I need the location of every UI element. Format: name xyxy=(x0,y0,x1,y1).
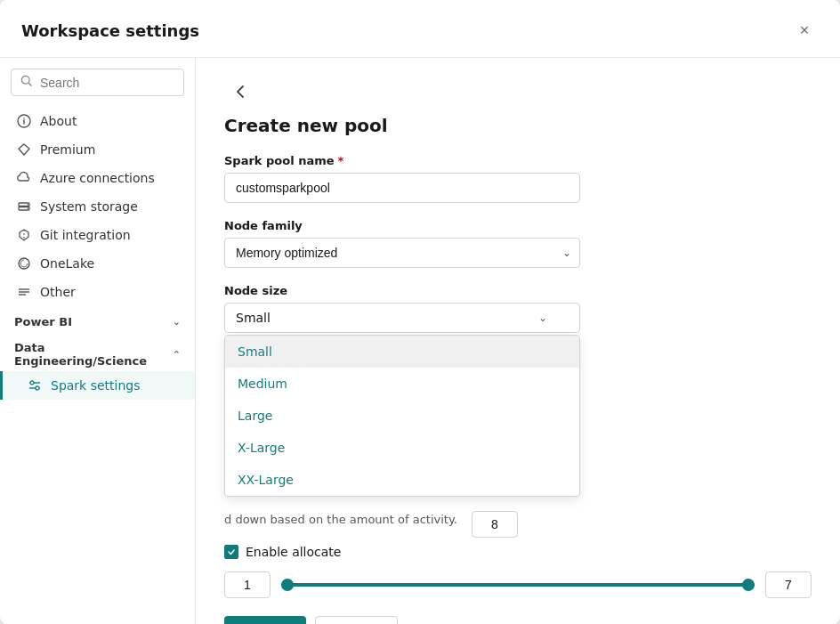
node-family-select[interactable]: Memory optimized xyxy=(224,238,580,268)
node-size-dropdown-trigger[interactable]: Small ⌄ xyxy=(224,303,580,333)
enable-allocate-label: Enable allocate xyxy=(246,545,341,559)
sidebar-item-label: OneLake xyxy=(40,256,94,271)
create-button[interactable]: Create xyxy=(224,616,306,624)
svg-point-4 xyxy=(23,118,25,119)
section-power-bi-label: Power BI xyxy=(14,315,72,328)
section-power-bi[interactable]: Power BI ⌄ xyxy=(0,306,195,332)
main-content: Create new pool Spark pool name * Node f… xyxy=(196,58,840,624)
dropdown-item-small[interactable]: Small xyxy=(225,336,579,368)
svg-marker-5 xyxy=(19,144,29,155)
required-star: * xyxy=(338,154,344,167)
sidebar-item-system-storage[interactable]: System storage xyxy=(0,192,195,221)
slider-row xyxy=(224,571,812,598)
enable-allocate-checkbox[interactable] xyxy=(224,545,238,559)
dropdown-item-medium[interactable]: Medium xyxy=(225,368,579,400)
node-family-group: Node family Memory optimized ⌄ xyxy=(224,219,812,268)
node-size-dropdown-container: Small ⌄ Small Medium Large xyxy=(224,303,580,333)
list-icon xyxy=(17,285,31,299)
search-input[interactable] xyxy=(40,76,174,90)
svg-point-9 xyxy=(28,207,29,209)
svg-point-18 xyxy=(36,386,39,390)
sliders-icon xyxy=(28,378,42,393)
search-box[interactable] xyxy=(11,69,184,96)
dialog-body: About Premium Azure connections xyxy=(0,58,840,624)
page-title: Create new pool xyxy=(224,115,812,136)
sidebar-item-label: Git integration xyxy=(40,228,131,242)
chevron-down-icon: ⌄ xyxy=(538,312,547,324)
enable-allocate-row: Enable allocate xyxy=(224,545,812,559)
node-family-select-wrapper: Memory optimized ⌄ xyxy=(224,238,580,268)
dropdown-item-xlarge[interactable]: X-Large xyxy=(225,432,579,464)
dropdown-item-xxlarge[interactable]: XX-Large xyxy=(225,464,579,496)
circle-icon xyxy=(17,256,31,271)
dropdown-item-label: Medium xyxy=(238,377,287,391)
sidebar-item-other[interactable]: Other xyxy=(0,278,195,306)
close-button[interactable]: × xyxy=(790,16,819,45)
autoscale-description: d down based on the amount of activity. xyxy=(224,513,457,526)
sidebar-item-git[interactable]: Git integration xyxy=(0,221,195,249)
sidebar: About Premium Azure connections xyxy=(0,58,196,624)
node-size-group: Node size Small ⌄ Small Medium xyxy=(224,284,812,333)
sidebar-item-label: Other xyxy=(40,285,76,299)
pool-name-input[interactable] xyxy=(224,173,580,203)
action-buttons: Create Cancel xyxy=(224,616,812,624)
dropdown-item-label: Small xyxy=(238,344,272,359)
dialog-header: Workspace settings × xyxy=(0,0,840,58)
pool-name-group: Spark pool name * xyxy=(224,154,812,203)
svg-point-16 xyxy=(30,381,34,385)
sidebar-item-label: System storage xyxy=(40,199,138,214)
chevron-up-icon: ⌃ xyxy=(173,349,181,361)
sidebar-item-label: Azure connections xyxy=(40,171,155,185)
cancel-button[interactable]: Cancel xyxy=(315,616,399,624)
svg-point-8 xyxy=(28,204,29,206)
sidebar-item-label: Spark settings xyxy=(51,378,141,393)
workspace-settings-dialog: Workspace settings × xyxy=(0,0,840,624)
dropdown-item-label: Large xyxy=(238,409,272,423)
sidebar-item-premium[interactable]: Premium xyxy=(0,135,195,164)
node-size-label: Node size xyxy=(224,284,812,297)
slider-max-input[interactable] xyxy=(765,571,812,598)
slider-min-input[interactable] xyxy=(224,571,271,598)
search-icon xyxy=(20,75,33,90)
dropdown-item-large[interactable]: Large xyxy=(225,400,579,432)
node-family-label: Node family xyxy=(224,219,812,232)
slider-thumb-left[interactable] xyxy=(281,579,294,591)
storage-icon xyxy=(17,199,31,214)
dropdown-item-label: XX-Large xyxy=(238,473,294,487)
diamond-icon xyxy=(17,142,31,157)
sidebar-item-about[interactable]: About xyxy=(0,107,195,135)
sidebar-item-onelake[interactable]: OneLake xyxy=(0,249,195,278)
sidebar-item-label: Premium xyxy=(40,142,95,157)
chevron-down-icon: ⌄ xyxy=(173,316,181,328)
node-size-dropdown-list: Small Medium Large X-Large XX-Large xyxy=(224,335,580,497)
sidebar-item-label: About xyxy=(40,114,77,128)
slider-track[interactable] xyxy=(281,583,755,587)
svg-line-1 xyxy=(28,83,31,85)
sidebar-item-azure[interactable]: Azure connections xyxy=(0,164,195,192)
node-size-value: Small xyxy=(236,311,271,325)
cloud-icon xyxy=(17,171,31,185)
info-icon xyxy=(17,114,31,128)
dropdown-item-label: X-Large xyxy=(238,441,285,455)
dialog-title: Workspace settings xyxy=(21,21,199,40)
pool-name-label: Spark pool name * xyxy=(224,154,812,167)
node-count-input[interactable] xyxy=(472,511,518,538)
sidebar-item-spark-settings[interactable]: Spark settings xyxy=(0,371,195,400)
autoscale-section: d down based on the amount of activity. … xyxy=(224,511,812,598)
section-data-engineering-label: Data Engineering/Science xyxy=(14,341,173,368)
back-button[interactable] xyxy=(224,79,256,104)
git-icon xyxy=(17,228,31,242)
section-data-engineering[interactable]: Data Engineering/Science ⌃ xyxy=(0,332,195,371)
slider-thumb-right[interactable] xyxy=(742,579,755,591)
